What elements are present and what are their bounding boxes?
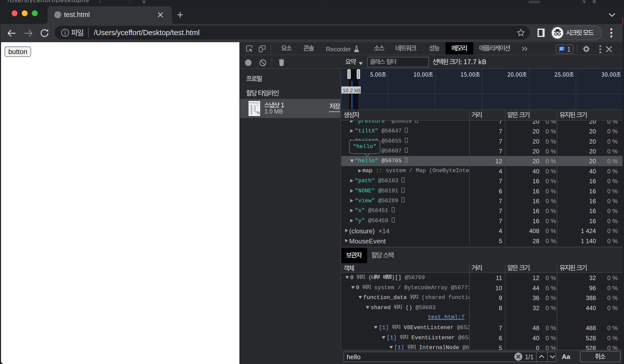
svg-text:%: % bbox=[256, 111, 260, 115]
